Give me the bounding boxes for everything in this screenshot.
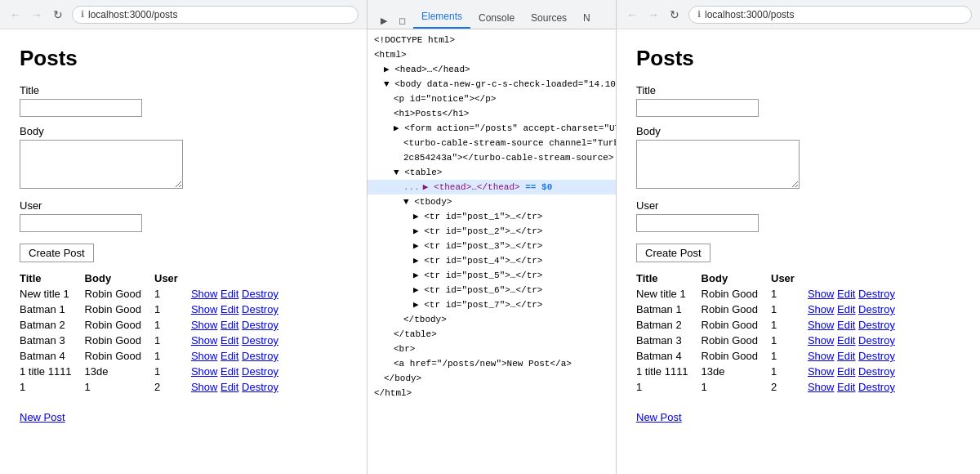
address-bar-left[interactable]: ℹ localhost:3000/posts [72, 6, 359, 24]
destroy-link[interactable]: Destroy [242, 381, 278, 393]
show-link[interactable]: Show [191, 319, 218, 331]
html-line[interactable]: ...▶ <thead>…</thead> == $0 [368, 180, 616, 195]
destroy-link[interactable]: Destroy [242, 334, 278, 347]
refresh-button-left[interactable]: ↻ [51, 7, 65, 22]
html-line: <!DOCTYPE html> [368, 33, 616, 47]
html-line[interactable]: ▶ <tr id="post_2">…</tr> [368, 224, 616, 239]
back-button-left[interactable]: ← [8, 7, 23, 22]
edit-link[interactable]: Edit [220, 319, 238, 331]
cell-body: Robin Good [702, 317, 771, 333]
forward-button-right[interactable]: → [646, 7, 661, 22]
html-line[interactable]: ▶ <tr id="post_7">…</tr> [368, 297, 616, 312]
destroy-link[interactable]: Destroy [858, 381, 895, 393]
html-line[interactable]: ▶ <tr id="post_4">…</tr> [368, 253, 616, 268]
destroy-link[interactable]: Destroy [242, 319, 278, 331]
edit-link[interactable]: Edit [220, 334, 238, 347]
body-input-right[interactable] [636, 140, 800, 189]
show-link[interactable]: Show [808, 350, 835, 362]
html-line[interactable]: ▶ <tr id="post_6">…</tr> [368, 283, 616, 297]
col-actions-right [808, 271, 908, 286]
edit-link[interactable]: Edit [837, 334, 855, 347]
body-form-group-right: Body [636, 125, 960, 191]
right-browser: ← → ↻ ℹ localhost:3000/posts Posts Title… [617, 0, 980, 474]
cell-title: 1 [636, 379, 702, 395]
edit-link[interactable]: Edit [837, 319, 855, 331]
show-link[interactable]: Show [191, 288, 218, 300]
tab-elements[interactable]: Elements [413, 6, 470, 29]
forward-button-left[interactable]: → [29, 7, 44, 22]
new-post-link-left[interactable]: New Post [20, 411, 347, 423]
destroy-link[interactable]: Destroy [858, 319, 895, 331]
col-body-left: Body [85, 271, 154, 286]
show-link[interactable]: Show [808, 334, 835, 347]
device-toolbar-button[interactable]: ◻ [394, 12, 410, 29]
cell-body: 1 [702, 379, 771, 395]
edit-link[interactable]: Edit [837, 303, 855, 315]
show-link[interactable]: Show [191, 350, 218, 362]
edit-link[interactable]: Edit [837, 381, 855, 393]
cell-user: 1 [771, 333, 808, 348]
show-link[interactable]: Show [191, 303, 218, 315]
show-link[interactable]: Show [191, 334, 218, 347]
user-input-right[interactable] [636, 214, 759, 232]
edit-link[interactable]: Edit [220, 381, 238, 393]
html-line[interactable]: ▼ <tbody> [368, 195, 616, 209]
user-input[interactable] [20, 214, 142, 232]
destroy-link[interactable]: Destroy [858, 334, 895, 347]
user-form-group-right: User [636, 199, 960, 232]
show-link[interactable]: Show [191, 381, 218, 393]
destroy-link[interactable]: Destroy [242, 350, 278, 362]
html-line[interactable]: ▶ <tr id="post_5">…</tr> [368, 268, 616, 283]
html-line[interactable]: ▶ <head>…</head> [368, 62, 616, 77]
refresh-button-right[interactable]: ↻ [667, 7, 682, 22]
title-input-right[interactable] [636, 99, 759, 117]
body-form-group: Body [20, 125, 347, 191]
left-page-title: Posts [20, 46, 347, 71]
create-post-button-right[interactable]: Create Post [636, 244, 710, 262]
html-line[interactable]: ▶ <tr id="post_3">…</tr> [368, 239, 616, 253]
create-post-button-left[interactable]: Create Post [20, 244, 94, 262]
destroy-link[interactable]: Destroy [858, 365, 895, 378]
show-link[interactable]: Show [808, 365, 835, 378]
edit-link[interactable]: Edit [220, 350, 238, 362]
title-input[interactable] [20, 99, 142, 117]
edit-link[interactable]: Edit [220, 288, 238, 300]
html-line[interactable]: ▼ <table> [368, 165, 616, 180]
cell-actions: Show Edit Destroy [191, 379, 292, 395]
cell-user: 1 [154, 286, 191, 302]
destroy-link[interactable]: Destroy [858, 350, 895, 362]
show-link[interactable]: Show [808, 288, 835, 300]
show-link[interactable]: Show [808, 319, 835, 331]
new-post-link-right[interactable]: New Post [636, 411, 960, 423]
inspect-element-button[interactable]: ▶ [376, 12, 392, 29]
show-link[interactable]: Show [808, 381, 835, 393]
destroy-link[interactable]: Destroy [858, 303, 895, 315]
body-input[interactable] [20, 140, 183, 189]
cell-actions: Show Edit Destroy [191, 364, 292, 379]
destroy-link[interactable]: Destroy [242, 288, 278, 300]
edit-link[interactable]: Edit [837, 350, 855, 362]
tab-console[interactable]: Console [470, 7, 523, 29]
html-line: <a href="/posts/new">New Post</a> [368, 356, 616, 371]
edit-link[interactable]: Edit [220, 303, 238, 315]
edit-link[interactable]: Edit [220, 365, 238, 378]
html-line[interactable]: ▶ <tr id="post_1">…</tr> [368, 209, 616, 224]
destroy-link[interactable]: Destroy [858, 288, 895, 300]
destroy-link[interactable]: Destroy [242, 365, 278, 378]
cell-actions: Show Edit Destroy [191, 348, 292, 364]
show-link[interactable]: Show [808, 303, 835, 315]
edit-link[interactable]: Edit [837, 365, 855, 378]
address-bar-right[interactable]: ℹ localhost:3000/posts [688, 6, 972, 24]
edit-link[interactable]: Edit [837, 288, 855, 300]
tab-network[interactable]: N [575, 7, 599, 29]
html-line[interactable]: ▼ <body data-new-gr-c-s-check-loaded="14… [368, 77, 616, 92]
right-page-content: Posts Title Body User Create Post Title … [617, 29, 980, 474]
show-link[interactable]: Show [191, 365, 218, 378]
back-button-right[interactable]: ← [625, 7, 639, 22]
table-row: New title 1Robin Good1Show Edit Destroy [636, 286, 908, 302]
tab-sources[interactable]: Sources [523, 7, 575, 29]
cell-title: New title 1 [20, 286, 85, 302]
html-line[interactable]: ▶ <form action="/posts" accept-charset="… [368, 121, 616, 136]
destroy-link[interactable]: Destroy [242, 303, 278, 315]
cell-title: Batman 4 [636, 348, 702, 364]
